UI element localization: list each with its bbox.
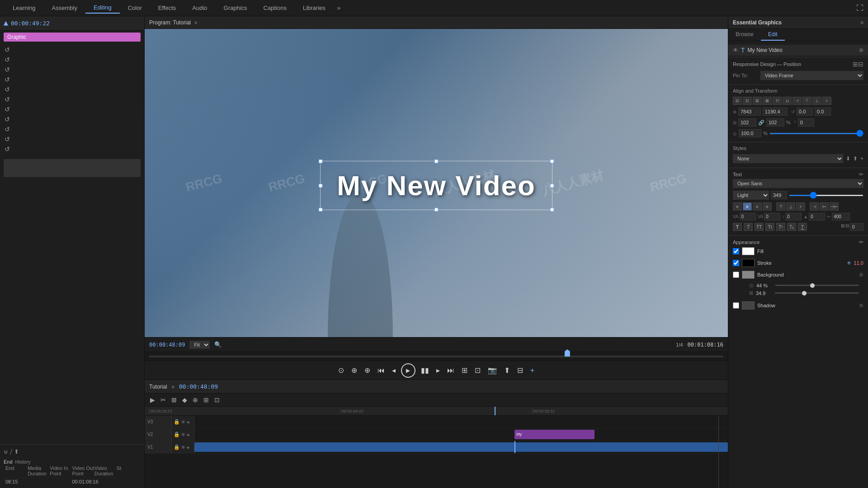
nav-editing[interactable]: Editing (85, 2, 120, 14)
stroke-color-swatch[interactable] (742, 259, 755, 267)
ts-extra2[interactable]: ⊟ (845, 223, 849, 231)
tb-cam[interactable]: 📷 (486, 364, 499, 376)
tab-val[interactable] (832, 213, 850, 221)
stroke-add-btn[interactable]: + (847, 259, 851, 267)
ctrl-undo7[interactable]: ↺ (2, 105, 142, 114)
align-mid-text[interactable]: ⊥ (786, 202, 795, 211)
appearance-edit-icon[interactable]: ✏ (859, 239, 863, 245)
title-overlay[interactable]: My New Video (320, 161, 552, 210)
track-v1-content[interactable] (194, 441, 728, 453)
ctrl-undo[interactable]: ↺ (2, 45, 142, 54)
handle-bl[interactable] (319, 208, 322, 211)
ctrl-undo2[interactable]: ↺ (2, 55, 142, 64)
playbar[interactable] (145, 352, 728, 361)
split-icon[interactable]: ⧸ (10, 448, 12, 455)
v3-audio[interactable]: ● (187, 419, 190, 425)
rot-x-input[interactable] (797, 108, 813, 116)
tracking-val[interactable] (764, 213, 780, 221)
styles-select[interactable]: None (733, 154, 843, 163)
leading-val[interactable] (785, 213, 802, 221)
export-icon[interactable]: ⬆ (14, 448, 19, 455)
tb-lift[interactable]: ⊞ (460, 364, 469, 376)
dist-h[interactable]: ⊣ (793, 97, 802, 105)
nav-captions[interactable]: Captions (255, 3, 295, 13)
v1-eye[interactable]: 👁 (181, 445, 186, 450)
clip-my[interactable]: My (514, 430, 594, 440)
track-v2-content[interactable]: My (194, 428, 728, 441)
ts-bold[interactable]: T (733, 223, 742, 231)
eg-visibility-eye[interactable]: 👁 (733, 47, 738, 53)
tb-go-end[interactable]: ⏭ (445, 365, 456, 376)
nav-graphics[interactable]: Graphics (216, 3, 255, 13)
fill-color-swatch[interactable] (742, 247, 755, 255)
eg-layer-settings[interactable]: ⚙ (859, 47, 863, 53)
handle-mr[interactable] (550, 183, 554, 187)
handle-bm[interactable] (434, 208, 438, 211)
align-center-h[interactable]: ⊡ (743, 97, 752, 105)
baseline-val[interactable] (809, 213, 825, 221)
tl-magnet[interactable]: ⊞ (202, 395, 211, 404)
ts-super[interactable]: T¹ (776, 223, 785, 231)
tab-browse[interactable]: Browse (728, 29, 761, 41)
ts-extra-val[interactable] (850, 223, 863, 231)
v3-eye[interactable]: 👁 (181, 419, 186, 425)
ctrl-undo9[interactable]: ↺ (2, 125, 142, 134)
v2-lock[interactable]: 🔒 (174, 432, 180, 437)
ts-under[interactable]: T (798, 223, 807, 231)
scale-y-input[interactable] (766, 118, 784, 127)
tab-edit[interactable]: Edit (761, 29, 785, 41)
font-family-select[interactable]: Open Sans (733, 179, 863, 188)
nav-learning[interactable]: Learning (5, 3, 44, 13)
tl-ripple[interactable]: ⊠ (170, 395, 179, 404)
pos-y-input[interactable] (763, 108, 788, 116)
handle-br[interactable] (550, 208, 554, 211)
nav-color[interactable]: Color (120, 3, 150, 13)
program-monitor-menu[interactable]: ≡ (194, 20, 197, 25)
ts-extra1[interactable]: ⊞ (841, 223, 844, 231)
bg-size-slider[interactable] (775, 292, 859, 294)
align-justify[interactable]: ≡ (763, 202, 772, 211)
shadow-gear-icon[interactable]: ⚙ (859, 303, 863, 309)
align-bottom[interactable]: ⊔ (783, 97, 792, 105)
ctrl-undo3[interactable]: ↺ (2, 65, 142, 74)
scale-x-input[interactable] (738, 118, 756, 127)
bg-opacity-slider[interactable] (775, 285, 859, 286)
tb-mark-in[interactable]: ⊙ (336, 364, 346, 376)
ts-allcaps[interactable]: TT (755, 223, 764, 231)
bg-color-swatch[interactable] (742, 271, 755, 279)
opacity-val[interactable] (739, 129, 761, 137)
bg-gear-icon[interactable]: ⚙ (859, 272, 863, 278)
dist-other[interactable]: ⊦ (822, 97, 831, 105)
tb-pause[interactable]: ▮▮ (419, 364, 431, 376)
v3-lock[interactable]: 🔒 (174, 419, 180, 425)
tab-stop3[interactable]: ⊣⊢ (830, 202, 839, 211)
filter-icon[interactable]: ⊎ (4, 448, 8, 455)
tl-link[interactable]: ⊡ (212, 395, 222, 404)
align-center-text[interactable]: ≡ (743, 202, 752, 211)
tb-extract[interactable]: ⊕ (363, 364, 372, 376)
timecode-in[interactable]: 00:00:48:09 (149, 342, 185, 348)
align-right[interactable]: ⊞ (753, 97, 762, 105)
v2-eye[interactable]: 👁 (181, 432, 186, 437)
styles-download[interactable]: ⬇ (846, 155, 850, 162)
nav-assembly[interactable]: Assembly (44, 3, 85, 13)
graphic-layer[interactable]: Graphic (4, 33, 141, 42)
ts-italic[interactable]: T (744, 223, 753, 231)
markers-tab[interactable]: End (4, 459, 13, 465)
text-edit-icon[interactable]: ✏ (859, 171, 863, 178)
tab-stop2[interactable]: ⊢ (820, 202, 829, 211)
dist-equal[interactable]: ⊥ (812, 97, 821, 105)
tb-insert[interactable]: ⊟ (515, 364, 525, 376)
v2-audio[interactable]: ● (187, 432, 190, 437)
align-left[interactable]: ⊟ (733, 97, 742, 105)
stroke-checkbox[interactable] (733, 260, 739, 266)
ctrl-undo8[interactable]: ↺ (2, 115, 142, 124)
tb-step-back[interactable]: ◂ (390, 364, 397, 376)
link-scale-icon[interactable]: 🔗 (758, 120, 764, 126)
align-center-v[interactable]: ⊓ (773, 97, 782, 105)
ctrl-undo10[interactable]: ↺ (2, 135, 142, 144)
align-top-text[interactable]: ⊤ (776, 202, 785, 211)
align-top[interactable]: ⊠ (763, 97, 772, 105)
font-weight-select[interactable]: Light (733, 191, 769, 200)
align-bot-text[interactable]: ⊦ (796, 202, 805, 211)
